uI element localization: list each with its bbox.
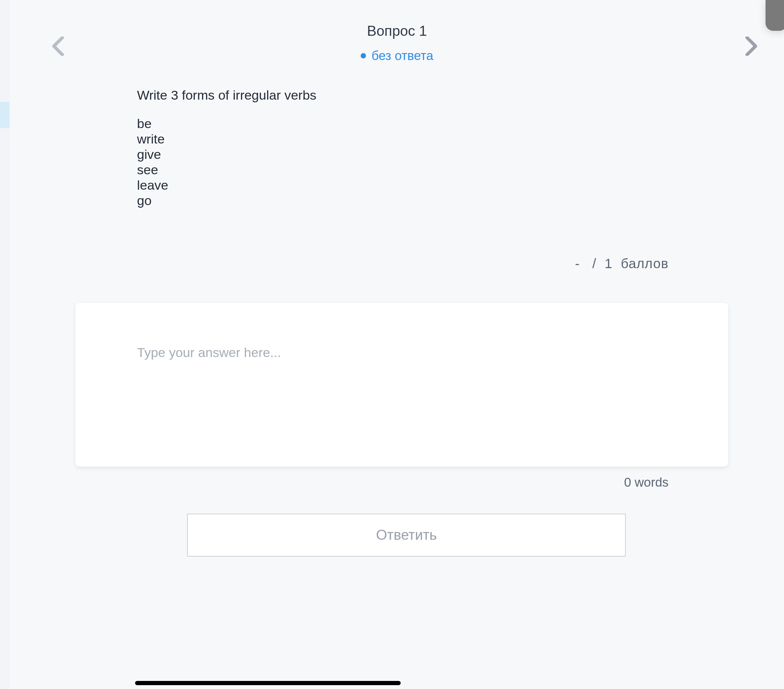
question-title: Вопрос 1 — [10, 23, 784, 39]
verb-item: give — [137, 147, 669, 162]
points-display: - / 1 баллов — [575, 256, 669, 271]
answer-box — [75, 303, 728, 467]
verb-item: go — [137, 193, 669, 208]
question-body: Write 3 forms of irregular verbs be writ… — [137, 87, 669, 209]
points-label: баллов — [621, 256, 669, 271]
submit-label: Ответить — [376, 527, 437, 543]
main-panel: Вопрос 1 без ответа Write 3 forms of irr… — [10, 0, 784, 689]
question-status: без ответа — [10, 48, 784, 63]
question-header: Вопрос 1 без ответа — [10, 23, 784, 63]
sidebar-indicator — [0, 102, 10, 128]
points-earned: - — [575, 256, 580, 271]
status-dot-icon — [361, 53, 366, 58]
verb-item: write — [137, 131, 669, 147]
home-indicator — [135, 681, 401, 685]
points-total: 1 — [605, 256, 612, 271]
submit-button[interactable]: Ответить — [187, 514, 626, 557]
points-separator: / — [592, 256, 597, 271]
status-text: без ответа — [371, 48, 433, 63]
verb-item: leave — [137, 177, 669, 193]
word-count: 0 words — [624, 475, 669, 490]
verb-item: be — [137, 116, 669, 131]
verb-list: be write give see leave go — [137, 116, 669, 209]
answer-input[interactable] — [137, 345, 667, 424]
question-prompt: Write 3 forms of irregular verbs — [137, 87, 669, 104]
verb-item: see — [137, 162, 669, 177]
word-count-value: 0 — [624, 475, 631, 489]
word-count-label: words — [635, 475, 669, 489]
